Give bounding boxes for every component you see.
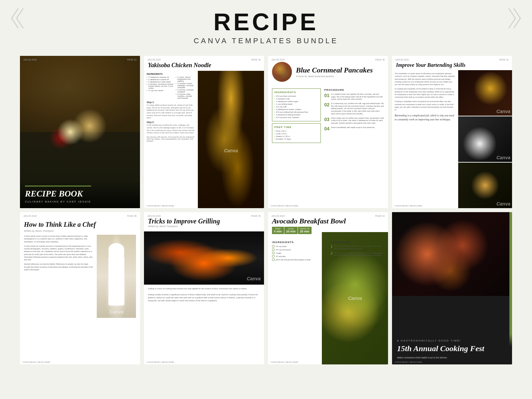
card-4-title: Improve Your Bartending Skills xyxy=(396,62,508,68)
card-2-title: Yakisoba Chicken Noodle xyxy=(148,62,260,69)
grill-image: Canva xyxy=(144,231,264,285)
card-6-author: Written by James Thompson xyxy=(148,225,260,227)
prep-time-title: PREP TIME xyxy=(274,126,319,129)
green-accent-bar xyxy=(25,186,91,187)
card-bartending[interactable]: JAN.09.2020 PAGE 15 Improve Your Bartend… xyxy=(392,56,512,208)
ing-1: ½ teaspoon sesame oil xyxy=(147,76,175,78)
card-2-image: Canva xyxy=(198,71,264,208)
card-5-body: A news article covers current or recent … xyxy=(24,235,136,318)
card-6-meta: JAN.09.2020 PAGE 05 xyxy=(147,215,261,217)
card-1-title: RECIPE BOOK xyxy=(25,189,135,199)
canva-watermark-4c: Canva xyxy=(496,201,510,206)
card-pancakes[interactable]: JAN.09.2020 PAGE 36 Blue Cornmeal Pancak… xyxy=(268,56,388,208)
ing-4: 4 skinless, boneless chicken breast halv… xyxy=(147,83,175,89)
card-8-footer: CANVA MEDIA | MEDIA NAME xyxy=(395,361,422,363)
card-5-meta: JAN.09.2020 PAGE 36 xyxy=(23,215,137,217)
pancake-image xyxy=(272,62,292,82)
card-3-body: InGredIEnTS 3/4 cup blue cornmeal 1 teas… xyxy=(268,86,388,208)
card-4-images: Canva Canva Canva xyxy=(458,70,512,208)
drink-image-1: Canva xyxy=(458,70,512,116)
card-3-meta: JAN.09.2020 PAGE 36 xyxy=(271,59,385,61)
timing-bar: PREP 5 min COOK 20 min READY IN 25 min xyxy=(272,227,384,234)
step2-text: In the emptied pan combine the onion, ca… xyxy=(147,124,195,134)
ready-timing: READY IN 25 min xyxy=(298,227,312,234)
card-5-text: A news article covers current or recent … xyxy=(24,235,93,318)
card-3-subtitle: A home for sweet bread and pastries xyxy=(296,75,373,77)
card-chef-thinking[interactable]: JAN.09.2020 PAGE 36 How to Think Like a … xyxy=(20,212,140,364)
card-1-content: RECIPE BOOK CULINARY BAKING BY CHEF JESS… xyxy=(20,181,140,208)
prep-timing: PREP 5 min xyxy=(272,227,284,234)
card-1-subtitle: CULINARY BAKING BY CHEF JESSIE xyxy=(25,200,135,203)
card-4-quote: Bartending is a complicated job, which i… xyxy=(395,114,456,121)
card-grilling[interactable]: JAN.09.2020 PAGE 05 Tricks to Improve Gr… xyxy=(144,212,264,364)
canva-watermark-7: Canva xyxy=(348,296,362,301)
card-cooking-fest[interactable]: A GASTRONOMICALLY GOOD TIME! 15th Annual… xyxy=(392,212,512,364)
card-2-meta: JAN.09.2020 PAGE 48 xyxy=(147,59,261,61)
canva-watermark-5: Canva xyxy=(109,309,123,315)
card-3-left: InGredIEnTS 3/4 cup blue cornmeal 1 teas… xyxy=(272,88,321,205)
card-4-footer: CANVA MEDIA | MEDIA NAME xyxy=(395,205,422,207)
card-2-body: INGREDIENTS ½ teaspoon sesame oil 1 tabl… xyxy=(144,71,264,208)
card-2-ingredients: INGREDIENTS ½ teaspoon sesame oil 1 tabl… xyxy=(144,71,198,208)
card-5-footer: CANVA MEDIA | MEDIA NAME xyxy=(23,361,50,363)
ingredients-label: INGREDIENTS xyxy=(147,73,195,75)
card-4-body: This newsletter is a great space to talk… xyxy=(392,70,512,208)
procedure-title: PROCEDURE xyxy=(324,88,384,91)
step-1: 01 In a medium bowl, mix together the bl… xyxy=(324,93,384,101)
prep-time-box: PREP TIME Prep | 20 m Cook | 15 m Ready … xyxy=(272,123,321,143)
cook-timing: COOK 20 min xyxy=(284,227,298,234)
ing-3: 2 tablespoons chile paste xyxy=(147,81,175,83)
card-7-title: Avocado Breakfast Bowl xyxy=(272,217,384,225)
card-yakisoba[interactable]: JAN.09.2020 PAGE 48 Yakisoba Chicken Noo… xyxy=(144,56,264,208)
step1-title: Step 1: xyxy=(147,101,195,103)
card-3-footer: CANVA MEDIA | MEDIA NAME xyxy=(271,205,298,207)
card-4-meta: JAN.09.2020 PAGE 15 xyxy=(395,59,509,61)
canva-watermark-4b: Canva xyxy=(496,155,510,160)
card-5-image: Canva xyxy=(97,235,136,318)
template-grid: JAN.09.2020 PAGE 22 RECIPE BOOK CULINARY… xyxy=(0,52,532,371)
card-6-footer: CANVA MEDIA | MEDIA NAME xyxy=(147,361,174,363)
event-title: 15th Annual Cooking Fest xyxy=(397,344,507,353)
drink-image-3: Canva xyxy=(458,163,512,208)
card-7-ingredients: INGREDIENTS 1/2 cup water 1/4 cup red qu… xyxy=(268,239,328,364)
ingredients-box-title: InGredIEnTS xyxy=(274,91,319,94)
canva-watermark-4a: Canva xyxy=(496,109,510,114)
card-2-footer: CANVA MEDIA | MEDIA NAME xyxy=(147,205,174,207)
step-3: 03 Heat a large cast iron skillet over m… xyxy=(324,117,384,125)
canva-watermark-2: Canva xyxy=(224,148,238,153)
step1-text: In a large skillet combine sesame oil, c… xyxy=(147,104,195,119)
ingredients-box: InGredIEnTS 3/4 cup blue cornmeal 1 teas… xyxy=(272,88,321,121)
card-7-procedure: PROCEDURE 1 Stir water and quinoa togeth… xyxy=(328,239,388,364)
ing-section-title: INGREDIENTS xyxy=(272,241,324,244)
step2-title: Step 2: xyxy=(147,121,195,123)
card-avocado-bowl[interactable]: JAN.09.2020 PAGE 03 Canva Avocado Breakf… xyxy=(268,212,388,364)
card-7-meta: JAN.09.2020 PAGE 03 xyxy=(271,215,385,217)
ing-8: 2 carrots, coarsely chopped xyxy=(176,89,196,93)
step-4: 04 Serve immediately with maple syrup or… xyxy=(324,126,384,131)
card-recipe-book[interactable]: JAN.09.2020 PAGE 22 RECIPE BOOK CULINARY… xyxy=(20,56,140,208)
card-8-content: A GASTRONOMICALLY GOOD TIME! 15th Annual… xyxy=(392,334,512,364)
page-title: RECIPE xyxy=(0,10,532,34)
card-3-title: Blue Cornmeal Pancakes xyxy=(296,66,373,74)
card-6-title: Tricks to Improve Grilling xyxy=(148,217,260,225)
card-4-text: This newsletter is a great space to talk… xyxy=(392,70,458,208)
ing-2: 1 tablespoon canola oil xyxy=(147,78,175,80)
card-7-body: INGREDIENTS 1/2 cup water 1/4 cup red qu… xyxy=(268,239,388,364)
card-3-right: PROCEDURE 01 In a medium bowl, mix toget… xyxy=(324,88,384,205)
ing-7: ¼ medium head cabbage, coarsely chopped xyxy=(176,82,196,88)
drink-image-2: Canva xyxy=(458,116,512,162)
card-1-meta: JAN.09.2020 PAGE 22 xyxy=(23,59,137,61)
card-6-text: Grilling is a form of cooking that invol… xyxy=(144,285,264,305)
ing-5: ¾ cup soy sauce xyxy=(147,89,175,91)
canva-watermark-6: Canva xyxy=(247,276,261,281)
step-2: 02 In a measuring cup, combine the milk,… xyxy=(324,102,384,115)
card-5-title: How to Think Like a Chef xyxy=(24,220,136,228)
page-subtitle: CANVA TEMPLATES BUNDLE xyxy=(0,37,532,45)
event-subtitle: A GASTRONOMICALLY GOOD TIME! xyxy=(397,339,507,342)
card-5-author: Written by James Thompson xyxy=(24,230,136,232)
page-header: RECIPE CANVA TEMPLATES BUNDLE xyxy=(0,0,532,52)
event-desc: Watch renowned chefs battle it out in th… xyxy=(397,356,507,359)
ing-9: 6 ounces soba noodles, cooked and draine… xyxy=(176,93,196,99)
per-serving: Per Serving: 295 calories; 4.8 g total f… xyxy=(147,136,195,142)
ing-6: 1 onion, sliced lengthwise into eighths xyxy=(176,76,196,82)
